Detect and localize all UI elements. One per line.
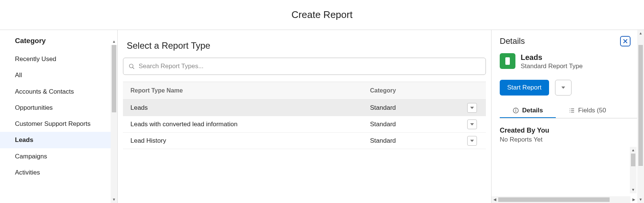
row-actions-button[interactable] — [467, 103, 477, 113]
created-by-you-block: Created By You No Reports Yet — [500, 127, 637, 143]
tab-fields-label: Fields (50 — [578, 107, 606, 114]
start-report-button[interactable]: Start Report — [500, 80, 549, 96]
svg-line-1 — [133, 67, 134, 69]
cell-name: Leads — [123, 101, 370, 115]
sidebar-item-recently-used[interactable]: Recently Used — [0, 51, 117, 67]
created-by-you-sub: No Reports Yet — [500, 136, 637, 143]
modal-body: Category Recently Used All Accounts & Co… — [0, 30, 644, 203]
selected-report-header: Leads Standard Report Type — [500, 53, 637, 70]
table-row[interactable]: Leads with converted lead information St… — [123, 116, 486, 133]
table-header: Report Type Name Category — [123, 82, 486, 100]
created-by-you-title: Created By You — [500, 127, 637, 134]
row-actions-button[interactable] — [467, 136, 477, 146]
outer-scroll-thumb[interactable] — [638, 45, 643, 166]
details-horizontal-scrollbar[interactable]: ◀ ▶ — [492, 196, 631, 203]
scroll-up-arrow-icon[interactable]: ▲ — [630, 147, 637, 154]
sidebar-scrollbar[interactable]: ▲ ▼ — [111, 45, 117, 203]
close-icon — [623, 39, 628, 44]
scroll-left-arrow-icon[interactable]: ◀ — [492, 196, 498, 203]
search-icon — [129, 63, 135, 70]
details-panel: Details Leads Standard Report Type Start… — [492, 30, 637, 203]
scroll-right-arrow-icon[interactable]: ▶ — [631, 196, 637, 203]
cell-name: Leads with converted lead information — [123, 117, 370, 131]
selected-report-name: Leads — [521, 53, 583, 62]
cell-category: Standard — [370, 134, 467, 148]
chevron-down-icon — [470, 140, 474, 142]
report-type-icon — [500, 53, 515, 69]
close-button[interactable] — [620, 36, 631, 46]
sidebar-heading: Category — [0, 34, 117, 51]
report-type-panel: Select a Report Type Report Type Name Ca… — [118, 30, 492, 203]
more-actions-button[interactable] — [555, 80, 571, 96]
col-category: Category — [370, 82, 486, 99]
table-row[interactable]: Leads Standard — [123, 100, 486, 116]
modal-outer-scrollbar[interactable]: ▲ ▼ — [637, 30, 644, 203]
report-type-heading: Select a Report Type — [123, 37, 486, 58]
category-sidebar: Category Recently Used All Accounts & Co… — [0, 30, 118, 203]
sidebar-item-leads[interactable]: Leads — [0, 132, 117, 148]
chevron-down-icon — [561, 87, 565, 89]
scroll-up-arrow-icon[interactable]: ▲ — [111, 38, 117, 45]
tab-details-label: Details — [522, 107, 543, 114]
table-row[interactable]: Lead History Standard — [123, 133, 486, 149]
cell-category: Standard — [370, 117, 467, 131]
info-icon — [512, 107, 519, 114]
tab-fields[interactable]: Fields (50 — [567, 107, 608, 118]
details-vertical-scrollbar[interactable]: ▲ ▼ — [630, 147, 637, 193]
scroll-down-arrow-icon[interactable]: ▼ — [111, 196, 117, 203]
details-heading: Details — [500, 36, 525, 46]
sidebar-item-accounts-contacts[interactable]: Accounts & Contacts — [0, 84, 117, 100]
col-report-type-name: Report Type Name — [123, 82, 370, 99]
sidebar-item-opportunities[interactable]: Opportunities — [0, 100, 117, 116]
sidebar-item-activities[interactable]: Activities — [0, 164, 117, 181]
sidebar-scroll-thumb[interactable] — [112, 45, 116, 112]
details-hscroll-thumb[interactable] — [498, 197, 610, 202]
details-tabs: Details Fields (50 — [500, 107, 637, 118]
list-icon — [568, 107, 575, 114]
cell-category: Standard — [370, 101, 467, 115]
tab-details[interactable]: Details — [511, 107, 545, 118]
modal-title: Create Report — [292, 9, 352, 21]
cell-name: Lead History — [123, 134, 370, 148]
chevron-down-icon — [470, 123, 474, 125]
sidebar-item-campaigns[interactable]: Campaigns — [0, 148, 117, 164]
scroll-down-arrow-icon[interactable]: ▼ — [630, 187, 637, 193]
modal-header: Create Report — [0, 0, 644, 30]
scroll-up-arrow-icon[interactable]: ▲ — [637, 30, 644, 37]
chevron-down-icon — [470, 107, 474, 109]
svg-point-6 — [516, 109, 516, 109]
sidebar-item-customer-support[interactable]: Customer Support Reports — [0, 116, 117, 132]
row-actions-button[interactable] — [467, 119, 477, 129]
selected-report-subtitle: Standard Report Type — [521, 63, 583, 70]
search-box[interactable] — [123, 58, 486, 75]
details-scroll-thumb[interactable] — [631, 154, 635, 166]
search-input[interactable] — [139, 63, 480, 70]
svg-point-0 — [129, 64, 133, 68]
sidebar-item-all[interactable]: All — [0, 67, 117, 83]
scroll-down-arrow-icon[interactable]: ▼ — [637, 196, 644, 203]
